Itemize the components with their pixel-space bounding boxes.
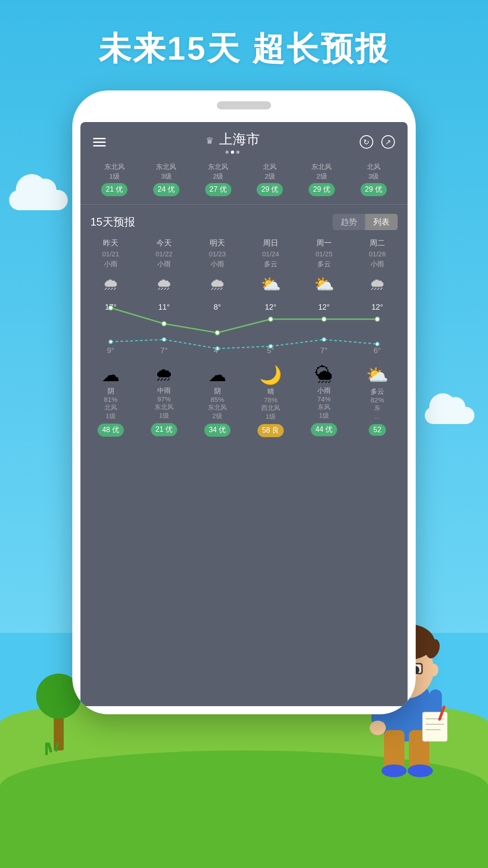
cloud-right [425,407,474,424]
day-date: 01/24 [245,249,296,259]
forecast-header: 15天预报 趋势 列表 [80,208,408,236]
forecast-day-5: 周二 01/26 小雨 🌧 [351,236,404,301]
forecast-title: 15天预报 [90,215,135,229]
svg-point-32 [322,317,326,321]
wind-label: 东北风3级 [141,162,192,181]
tab-list[interactable]: 列表 [365,214,398,230]
low-temp-3: 5° [244,346,297,355]
bottom-icon: ⛅ [351,364,404,386]
low-temp-5: 6° [351,346,404,355]
low-temp-1: 7° [137,346,191,355]
bottom-humidity: 85% [191,396,244,403]
forecast-day-3: 周日 01/24 多云 ⛅ [244,236,297,301]
wind-label: 东北风2级 [297,162,347,181]
air-col-1: 东北风3级 24 优 [141,162,192,196]
temperature-chart: 17°11°8°12°12°12° [84,301,404,360]
dot-3 [236,151,239,154]
low-temp-labels: 9°7°4°5°7°6° [84,346,404,355]
air-badge: 29 优 [361,183,387,196]
air-quality-row: 东北风1级 21 优 东北风3级 24 优 东北风2级 27 优 北风2级 29… [89,162,399,196]
bottom-condition: 晴 [244,387,297,396]
bottom-condition: 阴 [84,387,137,396]
forecast-day-0: 昨天 01/21 小雨 🌧 [84,236,137,301]
day-date: 01/22 [138,249,190,259]
day-label: 周一 [298,237,350,249]
bottom-day-2: ☁ 阴 85% 东北风2级 34 优 [191,364,244,437]
refresh-button[interactable]: ↻ [360,135,373,149]
bottom-wind: 东风1级 [297,403,351,420]
weather-icon: ⛅ [245,272,296,297]
bottom-icon: 🌦 [297,364,351,385]
grass-blade [47,742,52,753]
weather-icon: ⛅ [298,272,350,297]
header-center: ♛ 上海市 [206,130,260,154]
bottom-weather-section: ☁ 阴 81% 北风1级 48 优 🌧 中雨 97% 东北风1级 21 优 ☁ … [80,360,408,437]
bottom-wind: 西北风1级 [244,404,297,421]
bottom-humidity: 74% [297,395,351,403]
svg-point-34 [109,340,113,344]
dot-2 [231,151,234,154]
day-date: 01/25 [298,249,350,259]
day-condition: 小雨 [85,259,136,269]
phone-notch [217,101,271,109]
tab-trend[interactable]: 趋势 [333,214,365,230]
air-badge: 24 优 [153,183,179,196]
bottom-badge: 58 良 [258,424,284,437]
wind-label: 东北风1级 [89,162,140,181]
phone-frame: ♛ 上海市 ↻ ↗ 东北风1级 21 优 东北风3级 24 优 东北风2级 2 [72,90,416,714]
forecast-days-row: 昨天 01/21 小雨 🌧 今天 01/22 小雨 🌧 明天 01/23 小雨 … [80,236,408,301]
wind-label: 北风2级 [245,162,295,181]
menu-line [93,138,106,139]
svg-point-30 [215,330,220,335]
day-label: 周二 [352,237,403,249]
bottom-icon: 🌧 [137,364,191,385]
day-condition: 小雨 [192,259,243,269]
air-badge: 29 优 [309,183,335,196]
bottom-day-1: 🌧 中雨 97% 东北风1级 21 优 [137,364,191,437]
bottom-wind: 东... [351,404,404,421]
bottom-humidity: 81% [84,396,137,403]
air-col-5: 北风3级 29 优 [348,162,399,196]
day-label: 明天 [192,237,243,249]
air-col-2: 东北风2级 27 优 [193,162,243,196]
air-quality-section: 东北风1级 21 优 东北风3级 24 优 东北风2级 27 优 北风2级 29… [80,157,408,201]
svg-point-29 [162,321,166,326]
day-condition: 多云 [245,259,296,269]
day-date: 01/23 [192,249,243,259]
crown-icon: ♛ [206,136,214,146]
weather-icon: 🌧 [192,272,243,297]
svg-point-39 [375,342,379,346]
bottom-badge: 48 优 [98,424,124,437]
share-button[interactable]: ↗ [381,135,395,149]
cloud-left [9,190,68,210]
day-date: 01/21 [85,249,136,259]
menu-button[interactable] [93,138,106,146]
bottom-condition: 阴 [191,387,244,396]
day-condition: 小雨 [138,259,190,269]
svg-rect-23 [422,712,447,741]
bottom-day-3: 🌙 晴 78% 西北风1级 58 良 [244,364,297,437]
low-temp-0: 9° [84,346,137,355]
screen-header: ♛ 上海市 ↻ ↗ [80,122,408,157]
bottom-badge: 34 优 [204,424,230,437]
air-col-4: 东北风2级 29 优 [297,162,347,196]
weather-icon: 🌧 [138,272,190,297]
svg-point-28 [108,306,113,310]
air-badge: 27 优 [205,183,231,196]
bottom-icon: ☁ [191,364,244,385]
bottom-humidity: 78% [244,396,297,404]
bottom-condition: 小雨 [297,387,351,395]
air-col-3: 北风2级 29 优 [245,162,295,196]
city-name: 上海市 [219,132,260,146]
bottom-day-5: ⛅ 多云 82% 东... 52 [351,364,404,437]
svg-point-38 [322,338,326,341]
bottom-icon: 🌙 [244,364,297,386]
day-label: 昨天 [85,237,136,249]
low-temp-4: 7° [297,346,351,355]
day-condition: 小雨 [352,259,403,269]
bottom-day-4: 🌦 小雨 74% 东风1级 44 优 [297,364,351,437]
day-date: 01/26 [352,249,403,259]
header-icons: ↻ ↗ [360,135,395,149]
bottom-humidity: 97% [137,395,191,403]
svg-point-14 [429,664,438,676]
